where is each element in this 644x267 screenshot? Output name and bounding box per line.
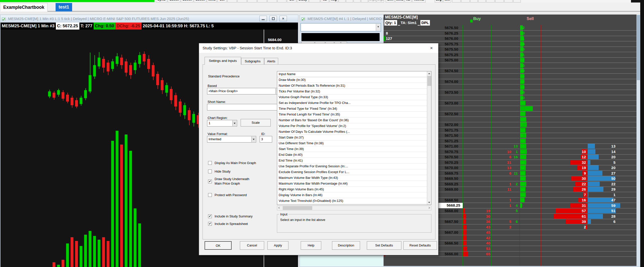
toolbar-button-cfg2[interactable]: Cfg2 <box>377 0 384 3</box>
input-list-row[interactable]: Ticks Per Volume Bar (In:32)1 <box>277 89 431 94</box>
dom-scrollbar-thumb[interactable] <box>637 15 640 80</box>
toolbar-button-set[interactable]: Set <box>287 0 296 3</box>
dom-scrollbar[interactable] <box>636 15 640 266</box>
inputs-list[interactable]: Input Name Input Value Draw Mode (In:30)… <box>277 71 431 205</box>
reset-defaults-button[interactable]: Reset Defaults <box>403 241 437 250</box>
input-list-row[interactable]: End Date (In:40)0 <box>277 152 431 158</box>
help-button[interactable]: Help <box>301 241 321 250</box>
toolbar-button-blank[interactable] <box>227 0 237 3</box>
ok-button[interactable]: OK <box>205 241 232 250</box>
chevron-down-icon[interactable]: ▼ <box>376 24 380 31</box>
close-button[interactable]: × <box>279 16 287 21</box>
dom-row[interactable]: 5676.5032 <box>384 25 636 31</box>
minimize-button[interactable] <box>259 16 267 21</box>
input-list-row[interactable]: Volume Graph Period Type (In:33)From Ses… <box>277 94 431 100</box>
col-input-name[interactable]: Input Name <box>279 71 295 77</box>
toolbar-button-blank[interactable] <box>309 0 320 3</box>
checkbox-protect-with-password[interactable] <box>208 193 212 197</box>
checkbox-draw-study-underneath[interactable]: ✔ <box>208 180 212 183</box>
input-list-row[interactable]: Start Time (In:39)00:00:00 <box>277 146 431 152</box>
toolbar-button-blank[interactable] <box>267 0 277 3</box>
toolbar-button-blank[interactable] <box>495 0 504 3</box>
list-vscrollbar[interactable] <box>427 71 431 205</box>
input-list-row[interactable]: Exclude Evening Session Profiles Except … <box>277 169 431 175</box>
toolbar-button-chrt[interactable]: Chrt <box>386 0 395 3</box>
description-button[interactable]: Description <box>332 241 360 250</box>
input-list-row[interactable]: Time Period Length for 'Fixed Time' (In:… <box>277 112 431 117</box>
toolbar-button-cbook[interactable]: Cbook <box>181 0 193 3</box>
toolbar-button-blank[interactable] <box>339 0 346 3</box>
input-list-row[interactable]: Set as Independent Volume Profile for TP… <box>277 100 431 106</box>
dom-trade-account[interactable]: TA: Sim1 <box>401 20 417 26</box>
chart-region-combo[interactable]: 1 <box>207 120 237 126</box>
input-list-row[interactable]: Use Separate Profile For Evening Session… <box>277 164 431 169</box>
input-list-row[interactable]: Start Date (In:37)0 <box>277 135 431 141</box>
toolbar-button-blank[interactable] <box>478 0 486 3</box>
toolbar-button-var[interactable]: Var <box>320 0 329 3</box>
dom-row[interactable]: 85676.2530 <box>384 31 636 36</box>
toolbar-button-var[interactable]: Var <box>405 0 412 3</box>
input-list-row[interactable]: Draw Mode (In:30)Volume Profiles <box>277 77 431 83</box>
toolbar-button-blank[interactable] <box>504 0 513 3</box>
checkbox-include-in-spreadsheet[interactable]: ✔ <box>208 222 212 226</box>
toolbar-button-reg[interactable]: Reg <box>330 0 338 3</box>
toolbar-button-cfg1[interactable]: Cfg1 <box>369 0 376 3</box>
id-input[interactable]: 3 <box>260 136 272 143</box>
dom-qty[interactable]: Qty: 1 <box>384 20 397 26</box>
toolbar-button-toolval[interactable]: ToolVal <box>412 0 426 3</box>
input-list-row[interactable]: Maximum Volume Bar Width Percentage (In:… <box>277 181 431 187</box>
toolbar-button-cbook[interactable]: Cbook <box>168 0 180 3</box>
toolbar-button-blank[interactable] <box>257 0 267 3</box>
input-list-row[interactable]: Number of Bars for 'Based On Bar Count' … <box>277 117 431 123</box>
input-list-row[interactable]: Use Different Start Time (In:38)No <box>277 141 431 146</box>
input-list-row[interactable]: Number Of Periods Back To Reference (In:… <box>277 83 431 89</box>
dialog-title[interactable]: Study Settings: VBP - Session Start Time… <box>199 43 438 53</box>
toolbar-button-wind[interactable]: Wind <box>207 0 217 3</box>
list-hscrollbar[interactable]: < > <box>277 206 431 210</box>
toolbar-button-blank[interactable] <box>461 0 470 3</box>
toolbar-button-blank[interactable] <box>346 0 353 3</box>
toolbar-button-study[interactable]: Study <box>297 0 308 3</box>
toolbar-button-blank[interactable] <box>452 0 461 3</box>
toolbar-button-log[interactable]: Log <box>435 0 443 3</box>
apply-button[interactable]: Apply <box>267 241 288 250</box>
dom-dpl[interactable]: DPL <box>420 20 430 26</box>
value-format-combo[interactable]: Inherited <box>207 136 256 143</box>
input-list-row[interactable]: Maximum Volume Bar Width Type (In:43)Win… <box>277 175 431 181</box>
toolbar-button-blank[interactable] <box>486 0 495 3</box>
chartbook-tab[interactable]: ExampleChartbook <box>0 3 48 12</box>
short-name-input[interactable] <box>207 104 280 110</box>
chevron-down-icon[interactable] <box>251 137 256 142</box>
input-list-row[interactable]: End Time (In:41)00:00:00 <box>277 158 431 164</box>
symbol-combo[interactable]: ▼ <box>300 23 381 32</box>
toolbar-button-wind[interactable]: Wind <box>395 0 404 3</box>
dom-row[interactable]: 1275676.0031 <box>384 36 636 41</box>
toolbar-button-blank[interactable] <box>247 0 257 3</box>
input-list-row[interactable]: Right Align Volume Bars (In:45)No <box>277 187 431 192</box>
toolbar-button-win[interactable]: Win <box>443 0 451 3</box>
toolbar-button-blank[interactable] <box>277 0 286 3</box>
checkbox-display-as-main-price-graph[interactable] <box>208 161 212 165</box>
chart-window-titlebar[interactable]: MESM25-CME[M] 1 Min #3 L:1 5 tick | Dela… <box>1 15 298 23</box>
chartbook-tab-active[interactable]: test1 <box>56 3 72 12</box>
input-list-row[interactable]: Display Volume in Bars (In:46)Ask Volume… <box>277 192 431 198</box>
toolbar-button-symb[interactable]: Symb <box>156 0 167 3</box>
input-list-row[interactable]: Time Period Type for 'Fixed Time' (In:34… <box>277 106 431 112</box>
input-list-row[interactable]: Number Of Days To Calculate Volume Profi… <box>277 129 431 135</box>
tab-settings-and-inputs[interactable]: Settings and Inputs <box>205 57 241 65</box>
set-defaults-button[interactable]: Set Defaults <box>367 241 401 250</box>
toolbar-button-blank[interactable] <box>354 0 361 3</box>
input-list-row[interactable]: Volume Per Profile for 'Specified Volume… <box>277 123 431 129</box>
tab-subgraphs[interactable]: Subgraphs <box>241 58 264 65</box>
toolbar-button-blank[interactable] <box>237 0 247 3</box>
toolbar-button-blank[interactable] <box>470 0 478 3</box>
tab-alerts[interactable]: Alerts <box>264 58 278 65</box>
scale-button[interactable]: Scale <box>241 119 271 126</box>
toolbar-button-blank[interactable] <box>361 0 368 3</box>
toolbar-button-set[interactable]: Set <box>217 0 227 3</box>
input-list-row[interactable]: Volume Text Threshold (0=Disabled) (In:1… <box>277 198 431 204</box>
maximize-button[interactable] <box>269 16 277 21</box>
checkbox-include-in-study-summary[interactable]: ✔ <box>208 214 212 218</box>
toolbar-button-blank[interactable] <box>513 0 521 3</box>
chevron-down-icon[interactable] <box>232 120 237 126</box>
